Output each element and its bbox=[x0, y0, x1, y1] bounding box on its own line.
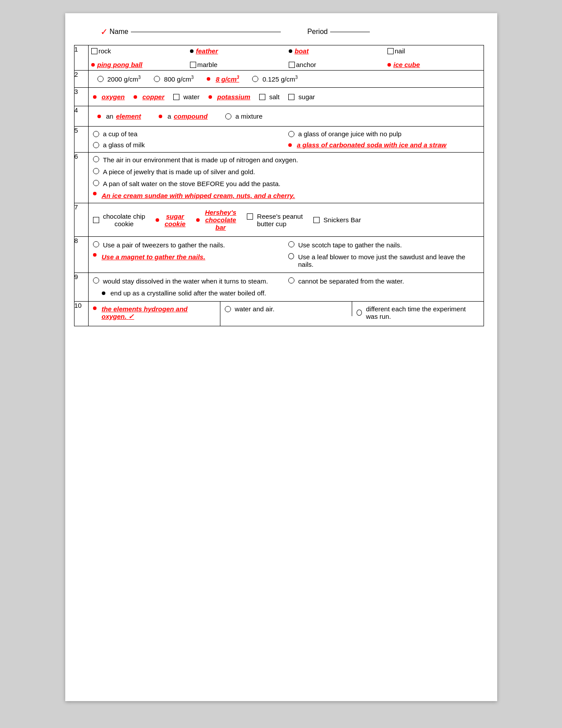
radio-milk[interactable] bbox=[93, 142, 99, 148]
row-number-9: 9 bbox=[74, 273, 88, 302]
water-label: water bbox=[183, 93, 200, 101]
row8-item-leafblower: Use a leaf blower to move just the sawdu… bbox=[288, 253, 479, 268]
snickers-label: Snickers Bar bbox=[324, 216, 361, 224]
anchor-label: anchor bbox=[296, 61, 316, 68]
checkbox-sugar[interactable] bbox=[288, 94, 294, 100]
row8-item-magnet: Use a magnet to gather the nails. bbox=[93, 253, 284, 268]
radio-tweezers[interactable] bbox=[93, 241, 99, 247]
checkbox-marble[interactable] bbox=[190, 62, 196, 68]
mixture-label: a mixture bbox=[235, 112, 263, 120]
row2-item-8: 8 g/cm3 bbox=[207, 75, 239, 83]
pingpong-label: ping pong ball bbox=[97, 61, 142, 68]
row-number-5: 5 bbox=[74, 127, 88, 153]
label-8: 8 g/cm3 bbox=[216, 75, 239, 83]
copper-label: copper bbox=[142, 93, 164, 101]
row-5-grid: a cup of tea a glass of orange juice wit… bbox=[89, 127, 484, 152]
checkbox-chocchip[interactable] bbox=[93, 217, 99, 223]
checkbox-snickers[interactable] bbox=[313, 217, 320, 223]
row1-item-pingpong: ping pong ball bbox=[89, 59, 187, 70]
table-row: 3 oxygen copper water bbox=[74, 88, 484, 106]
radio-pan[interactable] bbox=[93, 180, 99, 186]
row10-item-water: water and air. bbox=[225, 305, 347, 313]
red-bullet-icecream bbox=[93, 192, 97, 195]
checkbox-reeses[interactable] bbox=[247, 213, 253, 220]
row-8-content: Use a pair of tweezers to gather the nai… bbox=[88, 237, 484, 273]
radio-oj[interactable] bbox=[288, 131, 294, 137]
radio-tea[interactable] bbox=[93, 131, 99, 137]
leafblower-label: Use a leaf blower to move just the sawdu… bbox=[298, 253, 479, 268]
red-bullet-compound bbox=[159, 115, 162, 118]
radio-water-air[interactable] bbox=[225, 306, 231, 312]
radio-mixture[interactable] bbox=[225, 113, 231, 119]
magnet-label: Use a magnet to gather the nails. bbox=[102, 253, 205, 261]
period-label: Period bbox=[307, 28, 328, 36]
checkbox-nail[interactable] bbox=[387, 48, 394, 54]
salt-label: salt bbox=[269, 93, 279, 101]
row7-item-chocchip: chocolate chipcookie bbox=[93, 213, 145, 228]
radio-2000[interactable] bbox=[97, 76, 104, 82]
compound-label: compound bbox=[174, 112, 208, 120]
radio-air[interactable] bbox=[93, 156, 99, 162]
row4-item-compound: a compound bbox=[159, 112, 208, 120]
scotch-label: Use scotch tape to gather the nails. bbox=[298, 241, 402, 249]
red-bullet-element bbox=[97, 115, 101, 118]
row-number-2: 2 bbox=[74, 71, 88, 88]
row7-item-reeses: Reese's peanutbutter cup bbox=[247, 213, 303, 228]
row6-item-air: The air in our environment that is made … bbox=[93, 156, 479, 164]
row-10-content: the elements hydrogen andoxygen. ✓ water… bbox=[88, 302, 484, 326]
row8-item-tweezers: Use a pair of tweezers to gather the nai… bbox=[93, 241, 284, 249]
row5-item-tea: a cup of tea bbox=[93, 130, 284, 138]
row-7-grid: chocolate chipcookie sugarcookie Hershey… bbox=[89, 203, 484, 236]
table-row: 7 chocolate chipcookie sugarcookie Hersh… bbox=[74, 203, 484, 237]
row-6-list: The air in our environment that is made … bbox=[89, 153, 484, 203]
rock-label: rock bbox=[99, 47, 111, 55]
worksheet-page: ✓ Name Period 1 rock feather bbox=[65, 13, 497, 701]
row-3-grid: oxygen copper water potassium bbox=[89, 88, 484, 106]
table-row: 5 a cup of tea a glass of orange juice w… bbox=[74, 127, 484, 153]
red-bullet-icecube bbox=[387, 63, 391, 67]
row4-item-element: an element bbox=[97, 112, 141, 120]
different-label: different each time the experiment was r… bbox=[366, 305, 479, 320]
oj-label: a glass of orange juice with no pulp bbox=[298, 130, 402, 138]
radio-different[interactable] bbox=[357, 310, 362, 316]
red-bullet-magnet bbox=[93, 253, 97, 257]
row7-item-snickers: Snickers Bar bbox=[313, 216, 361, 224]
row9-item-separated: cannot be separated from the water. bbox=[288, 277, 479, 285]
checkbox-water[interactable] bbox=[173, 94, 179, 100]
label-2000: 2000 g/cm3 bbox=[108, 75, 141, 83]
compound-prefix: a bbox=[167, 112, 171, 120]
table-row: 2 2000 g/cm3 800 g/cm3 8 g/cm3 bbox=[74, 71, 484, 88]
checkbox-salt[interactable] bbox=[259, 94, 265, 100]
row10-col-hydrogen: the elements hydrogen andoxygen. ✓ bbox=[89, 302, 220, 326]
tweezers-label: Use a pair of tweezers to gather the nai… bbox=[103, 241, 225, 249]
bullet-feather bbox=[190, 49, 194, 53]
radio-800[interactable] bbox=[154, 76, 160, 82]
radio-leafblower[interactable] bbox=[288, 253, 294, 259]
row3-item-water: water bbox=[173, 93, 200, 101]
row-number-10: 10 bbox=[74, 302, 88, 326]
feather-label: feather bbox=[196, 47, 218, 55]
table-row: 4 an element a compound a mixture bbox=[74, 106, 484, 127]
radio-scotch[interactable] bbox=[288, 241, 294, 247]
separated-label: cannot be separated from the water. bbox=[298, 277, 404, 285]
label-0125: 0.125 g/cm3 bbox=[262, 75, 298, 83]
checkbox-anchor[interactable] bbox=[289, 62, 295, 68]
radio-jewelry[interactable] bbox=[93, 168, 99, 174]
table-row: 1 rock feather boat bbox=[74, 45, 484, 71]
radio-separated[interactable] bbox=[288, 277, 294, 284]
table-row: 9 would stay dissolved in the water when… bbox=[74, 273, 484, 302]
checkbox-rock[interactable] bbox=[91, 48, 97, 54]
row3-item-potassium: potassium bbox=[208, 93, 250, 101]
soda-label: a glass of carbonated soda with ice and … bbox=[297, 141, 447, 149]
radio-dissolved[interactable] bbox=[93, 277, 99, 284]
row1-item-anchor: anchor bbox=[286, 59, 385, 70]
radio-0125[interactable] bbox=[252, 76, 258, 82]
row-5-content: a cup of tea a glass of orange juice wit… bbox=[88, 127, 484, 153]
icecube-label: ice cube bbox=[394, 61, 420, 68]
row2-item-0125: 0.125 g/cm3 bbox=[252, 75, 298, 83]
row1-item-boat: boat bbox=[286, 45, 385, 56]
row3-item-sugar: sugar bbox=[288, 93, 315, 101]
row6-item-icecream: An ice cream sundae with whipped cream, … bbox=[93, 192, 479, 199]
row9-item-dissolved: would stay dissolved in the water when i… bbox=[93, 277, 284, 285]
chocchip-label: chocolate chipcookie bbox=[103, 213, 145, 228]
